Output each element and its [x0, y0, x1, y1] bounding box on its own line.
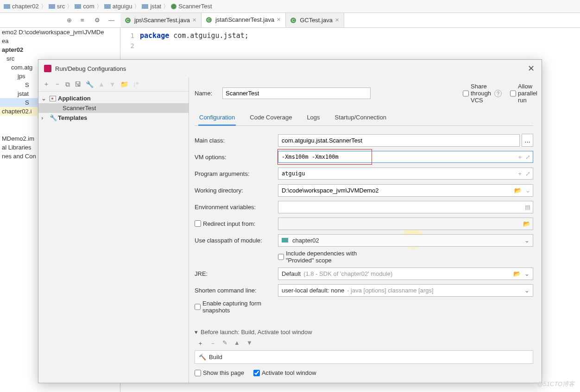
folder-icon[interactable]: 📁 — [120, 81, 128, 88]
tab-startup-connection[interactable]: Startup/Connection — [334, 111, 387, 125]
program-args-label: Program arguments: — [195, 170, 278, 177]
folder-open-icon[interactable]: 📂 — [513, 270, 521, 277]
wrench-icon[interactable]: 🔧 — [86, 81, 94, 88]
breadcrumb-item[interactable]: ScannerTest — [178, 3, 212, 10]
env-vars-label: Environment variables: — [195, 204, 278, 211]
move-up-button[interactable]: ▲ — [234, 339, 240, 348]
save-button[interactable]: 🖫 — [75, 81, 81, 88]
folder-icon — [4, 4, 10, 9]
chevron-down-icon[interactable]: ⌄ — [525, 187, 530, 194]
working-dir-input[interactable] — [278, 184, 533, 197]
chevron-down-icon: ⌄ — [41, 95, 48, 102]
target-icon[interactable]: ⊕ — [67, 17, 74, 24]
watermark: @51CTO博客 — [537, 380, 574, 388]
browse-button[interactable]: … — [522, 134, 533, 147]
editor-tab[interactable]: C jps\ScannerTest.java ✕ — [120, 13, 202, 27]
tree-item[interactable]: ea — [0, 37, 120, 45]
chevron-down-icon: ⌄ — [524, 287, 530, 294]
close-icon[interactable]: ✕ — [335, 17, 339, 23]
tree-node-templates[interactable]: › 🔧 Templates — [38, 113, 189, 123]
enable-snapshots-checkbox[interactable]: Enable capturing form snapshots — [195, 300, 278, 314]
edit-button[interactable]: ✎ — [222, 339, 227, 348]
close-icon[interactable]: ✕ — [277, 17, 281, 23]
redirect-input-checkbox[interactable]: Redirect input from: — [195, 220, 278, 227]
breadcrumb-item[interactable]: chapter02 — [12, 3, 39, 10]
breadcrumb-item[interactable]: src — [57, 3, 65, 10]
add-button[interactable]: ＋ — [43, 80, 50, 88]
tab-logs[interactable]: Logs — [306, 111, 321, 125]
expand-icon[interactable]: ⤢ — [525, 170, 530, 177]
class-icon: C — [290, 18, 296, 23]
redirect-input-field — [278, 218, 533, 230]
close-icon[interactable]: ✕ — [528, 63, 536, 74]
copy-button[interactable]: ⧉ — [65, 81, 70, 88]
tab-code-coverage[interactable]: Code Coverage — [249, 111, 293, 125]
name-input[interactable] — [222, 87, 371, 99]
include-provided-checkbox[interactable]: Include dependencies with "Provided" sco… — [278, 250, 361, 264]
editor-tab[interactable]: C GCTest.java ✕ — [286, 13, 344, 27]
expand-icon[interactable]: ⤢ — [525, 154, 530, 161]
task-label: Build — [209, 354, 222, 361]
before-launch-toolbar: ＋ － ✎ ▲ ▼ — [195, 336, 533, 350]
jre-hint: (1.8 - SDK of 'chapter02' module) — [303, 270, 392, 277]
help-icon[interactable]: ? — [494, 90, 502, 97]
add-icon[interactable]: + — [518, 170, 522, 177]
folder-open-icon[interactable]: 📂 — [514, 187, 522, 194]
class-icon: C — [206, 17, 212, 23]
sort-button[interactable]: ↓ª — [133, 81, 139, 88]
move-up-button[interactable]: ▲ — [98, 81, 105, 88]
editor-tab-label: jstat\ScannerTest.java — [215, 16, 274, 23]
main-class-label: Main class: — [195, 137, 278, 144]
chevron-down-icon: ⌄ — [524, 270, 530, 277]
add-button[interactable]: ＋ — [197, 339, 203, 348]
env-vars-input[interactable] — [278, 201, 533, 213]
main-class-input[interactable] — [278, 134, 520, 147]
tree-item[interactable]: apter02 — [0, 45, 120, 54]
add-icon[interactable]: + — [518, 154, 522, 161]
tab-configuration[interactable]: Configuration — [198, 111, 236, 126]
remove-button[interactable]: － — [210, 339, 216, 348]
move-down-button[interactable]: ▼ — [109, 81, 116, 88]
activate-tool-window-checkbox[interactable]: Activate tool window — [253, 369, 316, 376]
remove-button[interactable]: － — [54, 80, 61, 88]
gear-icon[interactable]: ⚙ — [95, 17, 102, 24]
tree-node-scannertest[interactable]: ScannerTest — [38, 103, 189, 113]
editor-tab[interactable]: C jstat\ScannerTest.java ✕ — [202, 13, 286, 27]
classpath-select[interactable]: chapter02 ⌄ — [278, 234, 533, 247]
breadcrumb-item[interactable]: atguigu — [113, 3, 132, 10]
classpath-value: chapter02 — [292, 237, 319, 244]
dialog-titlebar[interactable]: Run/Debug Configurations ✕ — [38, 60, 542, 77]
vm-options-input[interactable] — [278, 151, 533, 163]
allow-parallel-checkbox[interactable]: Allow parallel run — [510, 83, 533, 104]
editor-tab-label: jps\ScannerTest.java — [134, 17, 190, 24]
editor-tab-label: GCTest.java — [300, 17, 333, 24]
run-debug-config-dialog: Run/Debug Configurations ✕ ＋ － ⧉ 🖫 🔧 ▲ ▼… — [38, 59, 542, 383]
tree-label: Templates — [58, 114, 87, 121]
config-tree[interactable]: ⌄ Application ScannerTest › 🔧 Templates — [38, 92, 189, 383]
show-this-page-checkbox[interactable]: Show this page — [195, 369, 244, 376]
before-launch-task[interactable]: 🔨 Build — [195, 350, 533, 364]
breadcrumb-item[interactable]: com — [83, 3, 95, 10]
folder-icon — [49, 4, 55, 9]
folder-icon — [104, 4, 111, 9]
settings-icon[interactable]: ≡ — [81, 17, 88, 24]
chevron-right-icon: 〉 — [163, 2, 169, 11]
collapse-icon[interactable]: — — [108, 17, 116, 24]
program-args-input[interactable] — [278, 168, 533, 180]
tree-node-application[interactable]: ⌄ Application — [38, 93, 189, 103]
jre-select[interactable]: Default (1.8 - SDK of 'chapter02' module… — [278, 268, 533, 280]
folder-icon — [142, 4, 148, 9]
before-launch-header[interactable]: ▾ Before launch: Build, Activate tool wi… — [195, 328, 533, 336]
breadcrumb-item[interactable]: jstat — [150, 3, 161, 10]
close-icon[interactable]: ✕ — [192, 17, 196, 23]
share-vcs-checkbox[interactable]: Share through VCS — [463, 83, 486, 104]
shorten-select[interactable]: user-local default: none - java [options… — [278, 284, 533, 297]
chevron-right-icon: 〉 — [41, 2, 47, 11]
move-down-button[interactable]: ▼ — [246, 339, 252, 348]
config-sidebar: ＋ － ⧉ 🖫 🔧 ▲ ▼ 📁 ↓ª ⌄ Application Scanner… — [38, 77, 189, 383]
intellij-icon — [44, 65, 51, 72]
list-icon[interactable]: ▤ — [525, 204, 530, 211]
dialog-title: Run/Debug Configurations — [55, 65, 528, 72]
tree-item[interactable]: emo2 D:\code\workspace_jvm\JVMDe — [0, 28, 120, 37]
folder-open-icon: 📂 — [523, 220, 530, 227]
